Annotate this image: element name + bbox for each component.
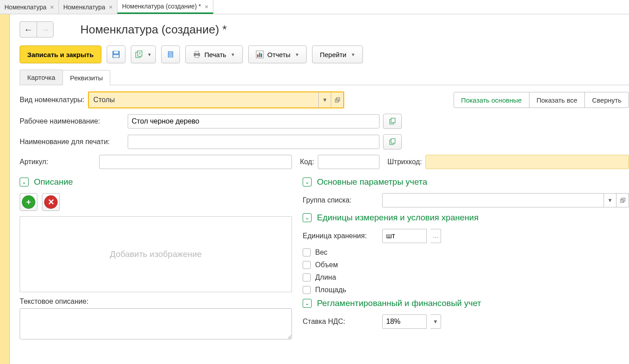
document-tabs-bar: Номенклатура × Номенклатура × Номенклату… (0, 0, 629, 14)
chevron-down-icon: ▼ (147, 52, 152, 57)
section-description: Описание (34, 177, 73, 187)
open-icon[interactable] (617, 193, 629, 207)
nav-forward-button[interactable]: → (37, 21, 54, 37)
tab-label: Номенклатура (63, 4, 105, 11)
svg-rect-10 (257, 54, 258, 57)
chevron-down-icon[interactable]: ▼ (604, 193, 617, 207)
code-input[interactable] (318, 155, 379, 169)
tab-label: Номенклатура (создание) * (122, 3, 201, 10)
code-label: Код: (300, 158, 314, 166)
length-checkbox[interactable] (303, 273, 311, 281)
left-sidebar-strip (0, 14, 10, 364)
show-all-button[interactable]: Показать все (529, 92, 585, 108)
tab-label: Номенклатура (4, 4, 46, 11)
collapse-toggle-icon[interactable]: ⌄ (303, 213, 312, 222)
svg-rect-12 (261, 54, 262, 57)
chevron-down-icon[interactable]: ▼ (430, 314, 441, 329)
volume-label: Объем (315, 261, 338, 269)
inner-tab-requisites[interactable]: Реквизиты (62, 70, 111, 85)
svg-rect-16 (391, 118, 395, 123)
chevron-down-icon: ▼ (295, 52, 300, 57)
svg-rect-8 (195, 55, 199, 58)
show-main-button[interactable]: Показать основные (454, 92, 529, 108)
copy-button[interactable]: ▼ (131, 46, 156, 63)
group-list-input[interactable] (382, 193, 604, 207)
collapse-toggle-icon[interactable]: ⌄ (303, 299, 312, 308)
open-icon[interactable] (331, 92, 343, 108)
print-icon (193, 50, 201, 58)
tab-nomenclature-2[interactable]: Номенклатура × (59, 0, 118, 14)
barcode-input[interactable] (425, 155, 629, 169)
add-image-button[interactable]: + (22, 195, 35, 209)
svg-rect-4 (137, 51, 142, 56)
list-button[interactable] (161, 46, 180, 63)
vat-input[interactable] (382, 314, 427, 329)
volume-checkbox[interactable] (303, 261, 311, 269)
copy-print-name-button[interactable] (383, 134, 402, 149)
chart-icon (256, 50, 264, 58)
copy-icon (389, 138, 396, 145)
chevron-down-icon: ▼ (231, 52, 235, 57)
text-description-input[interactable] (20, 308, 292, 339)
weight-checkbox[interactable] (303, 248, 311, 256)
print-button[interactable]: Печать ▼ (185, 46, 243, 63)
length-label: Длина (315, 273, 336, 281)
section-reg-fin: Регламентированный и финансовый учет (317, 298, 481, 308)
print-name-input[interactable] (128, 135, 379, 149)
tab-nomenclature-1[interactable]: Номенклатура × (0, 0, 59, 14)
view-mode-buttons: Показать основные Показать все Свернуть (454, 92, 629, 108)
work-name-input[interactable] (128, 114, 379, 128)
inner-tab-card[interactable]: Карточка (20, 70, 63, 85)
storage-unit-label: Единица хранения: (303, 232, 379, 240)
chevron-down-icon[interactable]: ▼ (318, 92, 331, 108)
article-label: Артикул: (20, 158, 96, 166)
svg-rect-7 (195, 51, 199, 54)
close-icon[interactable]: × (50, 3, 54, 11)
barcode-label: Штрихкод: (387, 158, 422, 166)
collapse-button[interactable]: Свернуть (585, 92, 629, 108)
copy-icon (135, 50, 143, 58)
ellipsis-icon[interactable]: … (430, 229, 441, 243)
save-button[interactable] (107, 46, 125, 63)
text-description-label: Текстовое описание: (20, 298, 292, 306)
svg-rect-2 (113, 55, 119, 58)
storage-unit-input[interactable] (382, 229, 427, 243)
area-label: Площадь (315, 286, 346, 294)
svg-rect-18 (391, 139, 395, 143)
article-input[interactable] (99, 155, 292, 169)
section-units: Единицы измерения и условия хранения (317, 213, 479, 223)
type-value: Столы (89, 96, 318, 104)
area-checkbox[interactable] (303, 286, 311, 294)
list-icon (167, 50, 175, 58)
print-name-label: Наименование для печати: (20, 138, 124, 146)
type-label: Вид номенклатуры: (20, 96, 84, 104)
weight-label: Вес (315, 248, 328, 256)
image-placeholder[interactable]: Добавить изображение (20, 216, 292, 292)
svg-rect-1 (114, 51, 118, 54)
work-name-label: Рабочее наименование: (20, 117, 124, 125)
vat-label: Ставка НДС: (303, 318, 379, 326)
section-accounting: Основные параметры учета (317, 177, 427, 187)
collapse-toggle-icon[interactable]: ⌄ (20, 178, 29, 186)
copy-name-button[interactable] (383, 114, 402, 129)
collapse-toggle-icon[interactable]: ⌄ (303, 178, 312, 186)
close-icon[interactable]: × (204, 3, 208, 10)
svg-rect-11 (259, 53, 260, 57)
group-list-label: Группа списка: (303, 196, 379, 204)
copy-icon (389, 118, 396, 125)
save-icon (112, 50, 120, 58)
page-title: Номенклатура (создание) * (80, 23, 227, 37)
type-select[interactable]: Столы ▼ (88, 91, 344, 108)
reports-button[interactable]: Отчеты ▼ (248, 46, 307, 63)
goto-button[interactable]: Перейти ▼ (312, 46, 362, 63)
remove-image-button[interactable]: ✕ (44, 195, 58, 209)
tab-nomenclature-create[interactable]: Номенклатура (создание) * × (117, 0, 213, 14)
chevron-down-icon: ▼ (351, 52, 355, 57)
save-close-button[interactable]: Записать и закрыть (20, 46, 101, 63)
nav-back-button[interactable]: ← (20, 21, 37, 37)
close-icon[interactable]: × (109, 3, 113, 11)
